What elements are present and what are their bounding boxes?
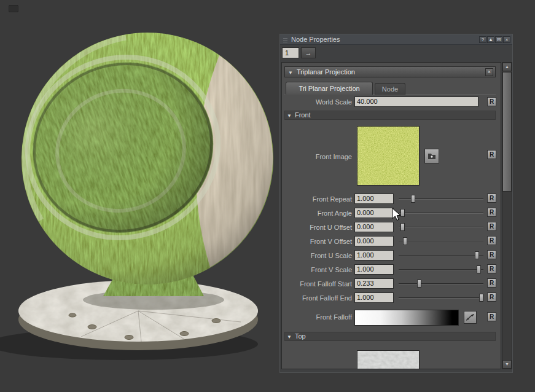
edit-gradient-button[interactable] bbox=[464, 311, 477, 324]
param-row-front-v-scale: Front V Scale 1.000 R bbox=[284, 264, 497, 278]
param-slider[interactable] bbox=[399, 278, 483, 289]
param-value-field[interactable]: 0.000 bbox=[354, 222, 394, 232]
material-preview-ball bbox=[0, 5, 283, 386]
section-top-label: Top bbox=[295, 332, 306, 340]
slider-handle[interactable] bbox=[477, 265, 481, 273]
scrollbar-thumb[interactable] bbox=[502, 72, 512, 192]
slider-track bbox=[399, 297, 483, 299]
restore-button[interactable]: ⊟ bbox=[495, 36, 502, 43]
slider-track bbox=[399, 213, 483, 214]
slider-track bbox=[399, 227, 483, 228]
curve-icon bbox=[466, 313, 475, 321]
preview-sphere bbox=[4, 33, 273, 284]
reset-button[interactable]: R bbox=[487, 222, 496, 231]
param-label: Front Angle bbox=[284, 210, 352, 217]
titlebar[interactable]: Node Properties ? ▲ ⊟ × bbox=[280, 34, 512, 45]
param-row-front-repeat: Front Repeat 1.000 R bbox=[284, 193, 497, 207]
world-scale-label: World Scale bbox=[284, 98, 352, 106]
slider-handle[interactable] bbox=[411, 195, 415, 203]
tab-strip: Tri Planar Projection Node bbox=[284, 81, 496, 95]
slider-track bbox=[399, 283, 483, 284]
projection-close-button[interactable]: × bbox=[485, 68, 493, 76]
reset-button[interactable]: R bbox=[487, 250, 496, 259]
slider-handle[interactable] bbox=[403, 237, 407, 245]
close-button[interactable]: × bbox=[503, 36, 510, 43]
collapse-triangle-icon[interactable]: ▼ bbox=[287, 334, 292, 340]
param-row-front-falloff-start: Front Falloff Start 0.233 R bbox=[284, 278, 497, 292]
section-front-label: Front bbox=[295, 111, 311, 119]
scroll-up-button[interactable]: ▲ bbox=[502, 63, 512, 71]
node-properties-window: Node Properties ? ▲ ⊟ × 1 → ▼Triplanar P… bbox=[279, 34, 513, 373]
section-front[interactable]: ▼Front bbox=[284, 111, 496, 120]
reset-button[interactable]: R bbox=[487, 194, 496, 203]
param-slider[interactable] bbox=[399, 292, 483, 303]
reset-button[interactable]: R bbox=[487, 312, 496, 321]
section-top[interactable]: ▼Top bbox=[284, 332, 496, 341]
param-value-field[interactable]: 0.233 bbox=[354, 278, 394, 289]
param-slider[interactable] bbox=[399, 194, 483, 204]
slider-track bbox=[399, 269, 483, 270]
help-button[interactable]: ? bbox=[479, 36, 486, 43]
reset-button[interactable]: R bbox=[487, 292, 496, 302]
param-slider[interactable] bbox=[399, 250, 483, 261]
slider-handle[interactable] bbox=[479, 294, 483, 302]
param-label: Front V Offset bbox=[284, 238, 352, 245]
param-value-field[interactable]: 1.000 bbox=[354, 264, 394, 275]
param-row-front-angle: Front Angle 0.000 R bbox=[284, 207, 497, 221]
grip-icon bbox=[283, 37, 287, 42]
slider-handle[interactable] bbox=[475, 251, 479, 259]
param-label: Front U Offset bbox=[284, 224, 352, 231]
param-row-front-u-offset: Front U Offset 0.000 R bbox=[284, 221, 497, 235]
slider-handle[interactable] bbox=[417, 280, 421, 288]
param-label: Front V Scale bbox=[284, 266, 352, 273]
preview-viewport[interactable] bbox=[0, 0, 283, 392]
tab-tri-planar-projection[interactable]: Tri Planar Projection bbox=[286, 82, 373, 95]
load-image-button[interactable] bbox=[424, 149, 439, 163]
collapse-triangle-icon[interactable]: ▼ bbox=[288, 70, 293, 76]
param-row-front-falloff-end: Front Falloff End 1.000 R bbox=[284, 292, 497, 306]
param-row-front-u-scale: Front U Scale 1.000 R bbox=[284, 249, 497, 264]
front-image-label: Front Image bbox=[284, 153, 352, 160]
folder-icon bbox=[428, 152, 436, 160]
param-slider[interactable] bbox=[399, 236, 483, 246]
properties-form: ▼Triplanar Projection × Tri Planar Proje… bbox=[281, 62, 501, 369]
reset-button[interactable]: R bbox=[487, 97, 496, 106]
node-index-field[interactable]: 1 bbox=[282, 47, 299, 58]
select-node-button[interactable]: → bbox=[301, 47, 316, 58]
param-value-field[interactable]: 0.000 bbox=[354, 208, 394, 218]
param-label: Front Falloff Start bbox=[284, 280, 352, 288]
front-image-thumbnail[interactable] bbox=[357, 126, 420, 186]
reset-button[interactable]: R bbox=[487, 208, 496, 217]
reset-button[interactable]: R bbox=[487, 236, 496, 245]
param-value-field[interactable]: 1.000 bbox=[354, 194, 394, 204]
param-value-field[interactable]: 0.000 bbox=[354, 236, 394, 246]
window-title: Node Properties bbox=[291, 36, 340, 43]
param-label: Front U Scale bbox=[284, 252, 352, 259]
front-falloff-label: Front Falloff bbox=[284, 313, 352, 321]
projection-header[interactable]: ▼Triplanar Projection × bbox=[284, 66, 496, 77]
slider-handle[interactable] bbox=[400, 209, 405, 217]
slider-track bbox=[399, 241, 483, 242]
param-label: Front Falloff End bbox=[284, 294, 352, 302]
collapse-triangle-icon[interactable]: ▼ bbox=[287, 113, 292, 119]
param-value-field[interactable]: 1.000 bbox=[354, 250, 394, 261]
slider-track bbox=[399, 255, 483, 256]
param-slider[interactable] bbox=[399, 264, 483, 275]
reset-button[interactable]: R bbox=[487, 278, 496, 288]
param-label: Front Repeat bbox=[284, 195, 352, 203]
slider-handle[interactable] bbox=[400, 223, 405, 231]
param-row-front-v-offset: Front V Offset 0.000 R bbox=[284, 235, 497, 249]
param-slider[interactable] bbox=[399, 222, 483, 232]
scroll-down-button[interactable]: ▼ bbox=[502, 360, 512, 369]
world-scale-field[interactable]: 40.000 bbox=[354, 96, 478, 107]
front-falloff-gradient[interactable] bbox=[354, 310, 459, 326]
param-slider[interactable] bbox=[399, 208, 483, 218]
param-value-field[interactable]: 1.000 bbox=[354, 292, 394, 303]
reset-button[interactable]: R bbox=[487, 264, 496, 273]
projection-header-label: Triplanar Projection bbox=[297, 68, 355, 76]
top-image-thumbnail[interactable] bbox=[357, 350, 420, 369]
collapse-up-button[interactable]: ▲ bbox=[487, 36, 494, 43]
reset-button[interactable]: R bbox=[487, 150, 496, 159]
tab-node[interactable]: Node bbox=[375, 83, 405, 95]
form-scrollbar[interactable]: ▲ ▼ bbox=[502, 62, 512, 369]
